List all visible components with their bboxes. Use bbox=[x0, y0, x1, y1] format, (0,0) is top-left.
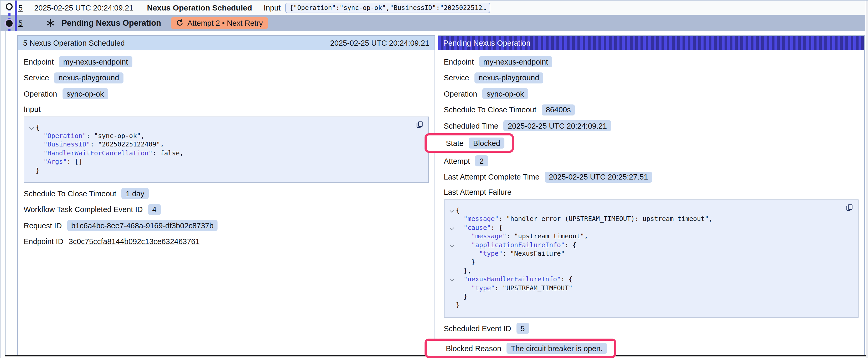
field-value-chip: nexus-playground bbox=[474, 72, 544, 83]
copy-icon[interactable] bbox=[416, 121, 423, 128]
event-timeline bbox=[1, 1, 19, 31]
left-panel-title: 5 Nexus Operation Scheduled bbox=[23, 39, 125, 47]
details-left-border bbox=[5, 31, 5, 355]
field-value-chip: 1 day bbox=[122, 188, 149, 199]
state-row-highlight: State Blocked bbox=[424, 133, 514, 153]
event-row-pending-nexus-operation[interactable]: 5 Pending Nexus Operation Attempt 2 • Ne… bbox=[1, 15, 865, 31]
field-row-workflow-task-completed-event-id: Workflow Task Completed Event ID 4 bbox=[24, 204, 429, 216]
collapse-chevron-icon bbox=[27, 132, 36, 140]
field-row-schedule-to-close-timeout: Schedule To Close Timeout 1 day bbox=[24, 188, 429, 199]
nexus-operation-scheduled-panel: 5 Nexus Operation Scheduled 2025-02-25 U… bbox=[17, 35, 435, 355]
field-value-chip: 86400s bbox=[542, 104, 575, 115]
collapse-chevron-icon[interactable] bbox=[447, 241, 456, 249]
field-value-chip: 2 bbox=[475, 155, 488, 166]
field-row-endpoint: Endpoint my-nexus-endpoint bbox=[24, 56, 429, 67]
field-row-service: Service nexus-playground bbox=[444, 72, 859, 84]
blocked-reason-row-highlight: Blocked Reason The circuit breaker is op… bbox=[424, 339, 616, 358]
field-row-service: Service nexus-playground bbox=[24, 72, 429, 84]
event-title: Nexus Operation Scheduled bbox=[147, 3, 252, 12]
retry-badge: Attempt 2 • Next Retry bbox=[170, 17, 268, 29]
retry-badge-label: Attempt 2 • Next Retry bbox=[187, 19, 263, 27]
pending-asterisk-icon bbox=[46, 19, 55, 27]
collapse-chevron-icon bbox=[27, 158, 36, 166]
field-row-request-id: Request ID b1c6a4bc-8ee7-468a-9169-df3b0… bbox=[24, 220, 429, 231]
input-label: Input bbox=[264, 3, 281, 12]
event-row-nexus-operation-scheduled[interactable]: 5 2025-02-25 UTC 20:24:09.21 Nexus Opera… bbox=[1, 1, 865, 15]
collapse-chevron-icon bbox=[447, 215, 456, 224]
collapse-chevron-icon bbox=[447, 232, 456, 241]
timeline-connector bbox=[8, 8, 10, 31]
copy-icon[interactable] bbox=[846, 204, 853, 211]
field-value-chip: 4 bbox=[148, 204, 160, 215]
scrollbar-gutter[interactable] bbox=[866, 1, 868, 358]
event-id-link[interactable]: 5 bbox=[19, 3, 23, 12]
field-row-attempt: Attempt 2 bbox=[444, 155, 859, 167]
field-value-chip: sync-op-ok bbox=[482, 88, 528, 99]
pending-nexus-operation-panel: Pending Nexus Operation Endpoint my-nexu… bbox=[437, 35, 865, 355]
collapse-chevron-icon bbox=[447, 258, 456, 267]
left-panel-header: 5 Nexus Operation Scheduled 2025-02-25 U… bbox=[18, 36, 435, 50]
pending-title: Pending Nexus Operation bbox=[61, 19, 161, 28]
field-row-last-attempt-complete-time: Last Attempt Complete Time 2025-02-25 UT… bbox=[444, 171, 859, 183]
input-preview-chip[interactable]: {"Operation":"sync-op-ok","BusinessID":"… bbox=[285, 2, 490, 13]
right-panel-title: Pending Nexus Operation bbox=[443, 39, 530, 47]
field-row-schedule-to-close-timeout: Schedule To Close Timeout 86400s bbox=[444, 104, 859, 116]
timeline-node-open-icon[interactable] bbox=[6, 3, 12, 10]
field-value-chip: my-nexus-endpoint bbox=[59, 56, 132, 67]
field-value-chip: 2025-02-25 UTC 20:24:09.21 bbox=[504, 120, 611, 131]
input-section-label: Input bbox=[24, 105, 429, 113]
left-panel-timestamp: 2025-02-25 UTC 20:24:09.21 bbox=[330, 39, 429, 47]
collapse-chevron-icon bbox=[27, 166, 36, 175]
input-json-viewer: { "Operation": "sync-op-ok", "BusinessID… bbox=[24, 116, 429, 183]
collapse-chevron-icon[interactable] bbox=[447, 224, 456, 232]
field-value-chip: sync-op-ok bbox=[62, 88, 108, 99]
collapse-chevron-icon bbox=[447, 292, 456, 301]
field-row-operation: Operation sync-op-ok bbox=[444, 88, 859, 99]
field-row-scheduled-time: Scheduled Time 2025-02-25 UTC 20:24:09.2… bbox=[444, 120, 859, 131]
timeline-node-filled-icon[interactable] bbox=[6, 20, 12, 27]
field-row-endpoint: Endpoint my-nexus-endpoint bbox=[444, 56, 859, 67]
event-timestamp: 2025-02-25 UTC 20:24:09.21 bbox=[34, 3, 133, 12]
field-row-operation: Operation sync-op-ok bbox=[24, 88, 429, 99]
field-value-chip: my-nexus-endpoint bbox=[479, 56, 553, 67]
blocked-reason-value-chip: The circuit breaker is open. bbox=[506, 343, 607, 354]
field-value-chip: 5 bbox=[516, 323, 529, 334]
collapse-chevron-icon bbox=[27, 149, 36, 158]
field-row-scheduled-event-id: Scheduled Event ID 5 bbox=[444, 323, 859, 334]
failure-json-viewer: { "message": "handler error (UPSTREAM_TI… bbox=[444, 199, 859, 318]
state-value-chip: Blocked bbox=[469, 137, 504, 149]
event-history-view: 5 2025-02-25 UTC 20:24:09.21 Nexus Opera… bbox=[0, 0, 868, 358]
collapse-chevron-icon bbox=[447, 284, 456, 292]
right-panel-header: Pending Nexus Operation bbox=[438, 36, 864, 50]
collapse-chevron-icon bbox=[447, 267, 456, 275]
selected-event-bar bbox=[14, 1, 17, 31]
event-id-link[interactable]: 5 bbox=[19, 19, 23, 27]
collapse-chevron-icon bbox=[27, 140, 36, 149]
collapse-chevron-icon[interactable] bbox=[447, 206, 456, 215]
collapse-chevron-icon[interactable] bbox=[27, 123, 36, 132]
event-details-container: 5 Nexus Operation Scheduled 2025-02-25 U… bbox=[1, 31, 868, 358]
field-row-endpoint-id: Endpoint ID 3c0c75ccfa8144b092c13ce63246… bbox=[24, 236, 429, 248]
last-attempt-failure-label: Last Attempt Failure bbox=[444, 188, 859, 196]
collapse-chevron-icon[interactable] bbox=[447, 275, 456, 284]
collapse-chevron-icon bbox=[447, 301, 456, 310]
field-value-chip: 2025-02-25 UTC 20:25:27.51 bbox=[545, 171, 652, 183]
field-value-chip: b1c6a4bc-8ee7-468a-9169-df3b02c8737b bbox=[67, 220, 218, 231]
collapse-chevron-icon bbox=[447, 249, 456, 258]
endpoint-id-link[interactable]: 3c0c75ccfa8144b092c13ce632463761 bbox=[69, 237, 200, 246]
field-value-chip: nexus-playground bbox=[54, 72, 123, 83]
retry-icon bbox=[176, 20, 183, 27]
